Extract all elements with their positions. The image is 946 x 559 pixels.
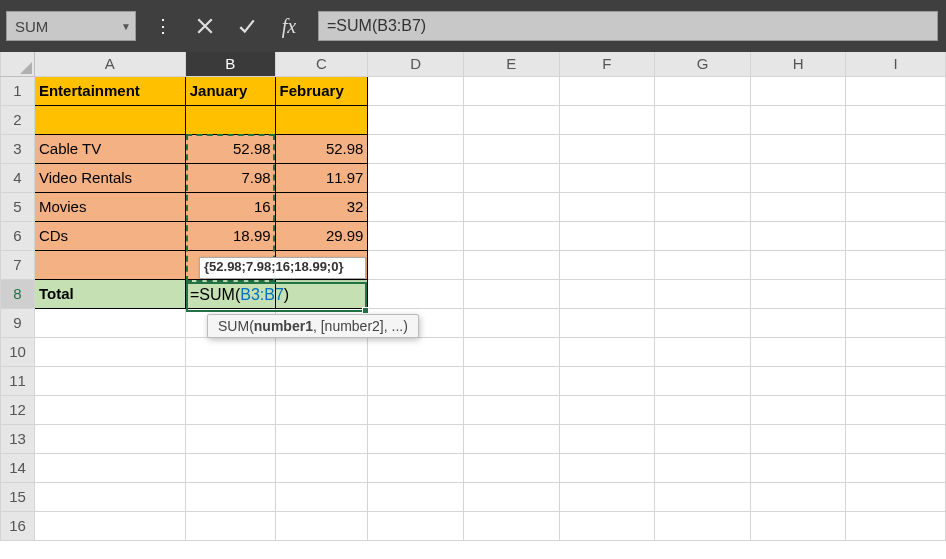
cell-A10[interactable] [34,337,185,366]
cell-B11[interactable] [185,366,275,395]
col-header-H[interactable]: H [750,52,846,76]
cell-F14[interactable] [559,453,655,482]
cell-E6[interactable] [464,221,560,250]
cell-C8[interactable] [275,279,368,308]
cell-E14[interactable] [464,453,560,482]
cell-G10[interactable] [655,337,751,366]
cell-I12[interactable] [846,395,946,424]
cell-E1[interactable] [464,76,560,105]
cell-E12[interactable] [464,395,560,424]
cell-A3[interactable]: Cable TV [34,134,185,163]
cell-H2[interactable] [750,105,846,134]
cell-A9[interactable] [34,308,185,337]
cell-E3[interactable] [464,134,560,163]
row-header-15[interactable]: 15 [1,482,35,511]
cell-G15[interactable] [655,482,751,511]
cell-E13[interactable] [464,424,560,453]
col-header-E[interactable]: E [464,52,560,76]
col-header-D[interactable]: D [368,52,464,76]
cell-B12[interactable] [185,395,275,424]
row-header-9[interactable]: 9 [1,308,35,337]
cell-F13[interactable] [559,424,655,453]
cell-I2[interactable] [846,105,946,134]
cell-G8[interactable] [655,279,751,308]
row-header-11[interactable]: 11 [1,366,35,395]
cell-D5[interactable] [368,192,464,221]
cell-F6[interactable] [559,221,655,250]
cell-F4[interactable] [559,163,655,192]
row-header-5[interactable]: 5 [1,192,35,221]
cell-H13[interactable] [750,424,846,453]
select-all-corner[interactable] [1,52,35,76]
cell-I11[interactable] [846,366,946,395]
name-box[interactable]: SUM ▼ [6,11,136,41]
cell-E4[interactable] [464,163,560,192]
cell-H12[interactable] [750,395,846,424]
cell-A1[interactable]: Entertainment [34,76,185,105]
cell-I8[interactable] [846,279,946,308]
cell-C6[interactable]: 29.99 [275,221,368,250]
cell-E5[interactable] [464,192,560,221]
row-header-7[interactable]: 7 [1,250,35,279]
cell-D1[interactable] [368,76,464,105]
cell-E15[interactable] [464,482,560,511]
cell-E16[interactable] [464,511,560,540]
row-header-12[interactable]: 12 [1,395,35,424]
cell-D2[interactable] [368,105,464,134]
cell-A11[interactable] [34,366,185,395]
cell-G4[interactable] [655,163,751,192]
cell-D3[interactable] [368,134,464,163]
row-header-3[interactable]: 3 [1,134,35,163]
cell-B5[interactable]: 16 [185,192,275,221]
col-header-A[interactable]: A [34,52,185,76]
col-header-B[interactable]: B [185,52,275,76]
cell-E9[interactable] [464,308,560,337]
cell-F8[interactable] [559,279,655,308]
cancel-button[interactable] [184,11,226,41]
cell-H15[interactable] [750,482,846,511]
cell-D10[interactable] [368,337,464,366]
cell-D11[interactable] [368,366,464,395]
cell-H1[interactable] [750,76,846,105]
cell-B1[interactable]: January [185,76,275,105]
cell-D15[interactable] [368,482,464,511]
cell-I13[interactable] [846,424,946,453]
cell-G11[interactable] [655,366,751,395]
row-header-4[interactable]: 4 [1,163,35,192]
col-header-C[interactable]: C [275,52,368,76]
cell-D7[interactable] [368,250,464,279]
cell-A8[interactable]: Total [34,279,185,308]
row-header-13[interactable]: 13 [1,424,35,453]
cell-I10[interactable] [846,337,946,366]
col-header-G[interactable]: G [655,52,751,76]
cell-C15[interactable] [275,482,368,511]
cell-E10[interactable] [464,337,560,366]
row-header-14[interactable]: 14 [1,453,35,482]
cell-G2[interactable] [655,105,751,134]
cell-B3[interactable]: 52.98 [185,134,275,163]
cell-D13[interactable] [368,424,464,453]
cell-G12[interactable] [655,395,751,424]
cell-A2[interactable] [34,105,185,134]
cell-C5[interactable]: 32 [275,192,368,221]
cell-I7[interactable] [846,250,946,279]
cell-H4[interactable] [750,163,846,192]
cell-A7[interactable] [34,250,185,279]
cell-D14[interactable] [368,453,464,482]
cell-H7[interactable] [750,250,846,279]
cell-C14[interactable] [275,453,368,482]
cell-H9[interactable] [750,308,846,337]
cell-D12[interactable] [368,395,464,424]
cell-C16[interactable] [275,511,368,540]
cell-H8[interactable] [750,279,846,308]
cell-I6[interactable] [846,221,946,250]
function-signature-tooltip[interactable]: SUM(number1, [number2], ...) [207,314,419,338]
cell-D6[interactable] [368,221,464,250]
cell-I1[interactable] [846,76,946,105]
cell-F16[interactable] [559,511,655,540]
cell-C3[interactable]: 52.98 [275,134,368,163]
cell-G3[interactable] [655,134,751,163]
cell-A5[interactable]: Movies [34,192,185,221]
cell-H14[interactable] [750,453,846,482]
cell-I14[interactable] [846,453,946,482]
